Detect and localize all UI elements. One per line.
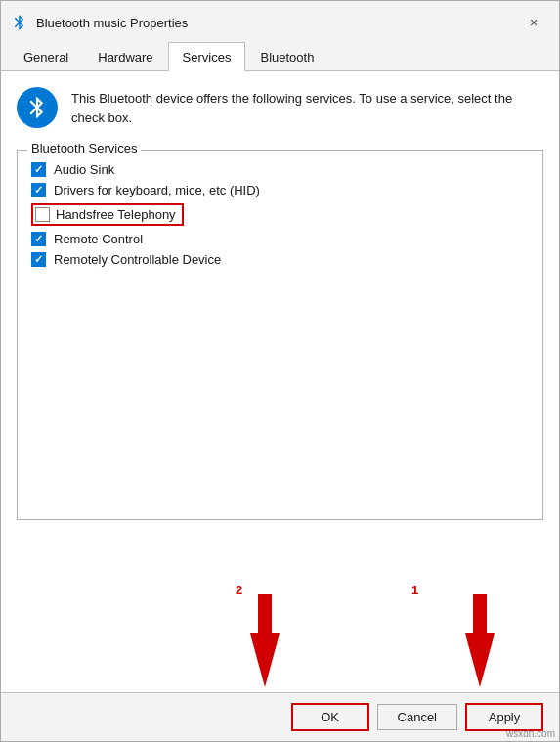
service-label-remotely-controllable: Remotely Controllable Device [54,252,221,267]
service-item-remote-control: Remote Control [31,232,529,246]
ok-button[interactable]: OK [291,703,369,731]
checkbox-handsfree[interactable] [35,207,50,222]
arrows-svg: 2 1 [1,536,559,692]
svg-text:2: 2 [236,583,242,597]
service-item-handsfree: Handsfree Telephony [31,203,529,226]
bottom-bar: OK Cancel Apply wsxdn.com [1,692,559,741]
tab-bar: General Hardware Services Bluetooth [1,42,559,71]
svg-text:1: 1 [411,583,418,597]
tab-services[interactable]: Services [168,42,246,71]
tab-general[interactable]: General [9,42,83,71]
checkbox-hid[interactable] [31,183,46,197]
bluetooth-icon [17,87,58,128]
arrows-area: 2 1 [1,536,559,692]
tab-bluetooth[interactable]: Bluetooth [245,42,328,71]
service-item-hid: Drivers for keyboard, mice, etc (HID) [31,183,529,197]
title-bar-left: Bluetooth music Properties [11,14,188,31]
close-button[interactable]: × [520,9,547,36]
checkbox-remotely-controllable[interactable] [31,252,46,267]
apply-button[interactable]: Apply [465,703,543,731]
handsfree-highlight-box: Handsfree Telephony [31,203,184,226]
service-item-remotely-controllable: Remotely Controllable Device [31,252,529,267]
cancel-button[interactable]: Cancel [377,704,457,730]
info-section: This Bluetooth device offers the followi… [17,87,543,128]
checkbox-audio-sink[interactable] [31,162,46,177]
properties-window: Bluetooth music Properties × General Har… [0,0,560,742]
service-label-hid: Drivers for keyboard, mice, etc (HID) [54,183,260,197]
window-title: Bluetooth music Properties [36,16,188,30]
service-label-audio-sink: Audio Sink [54,162,114,177]
title-bar: Bluetooth music Properties × [1,1,559,42]
service-label-remote-control: Remote Control [54,232,143,246]
services-group: Bluetooth Services Audio Sink Drivers fo… [17,150,543,520]
checkbox-remote-control[interactable] [31,232,46,246]
service-item-audio-sink: Audio Sink [31,162,529,177]
tab-hardware[interactable]: Hardware [83,42,167,71]
bluetooth-title-icon [11,14,28,31]
content-area: This Bluetooth device offers the followi… [1,71,559,536]
info-text: This Bluetooth device offers the followi… [71,87,543,127]
service-label-handsfree: Handsfree Telephony [56,207,176,222]
services-group-label: Bluetooth Services [27,141,141,155]
